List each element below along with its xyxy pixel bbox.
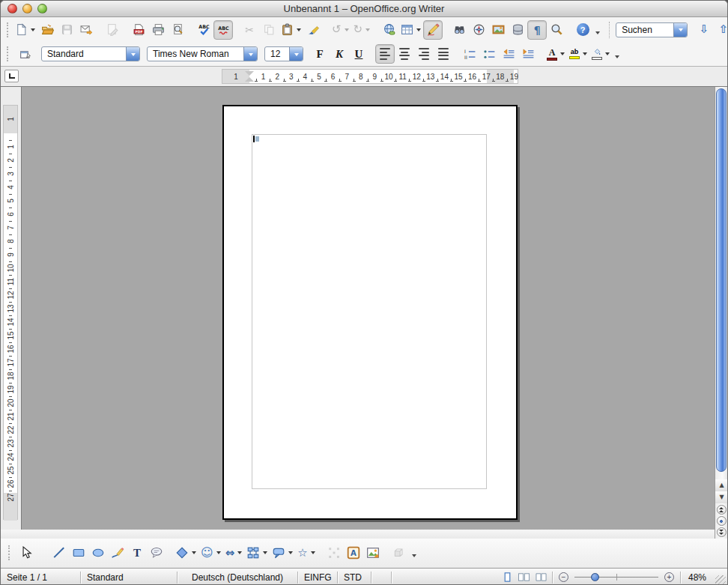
data-sources-button[interactable] bbox=[508, 20, 527, 40]
navigator-button[interactable] bbox=[469, 20, 488, 40]
align-right-button[interactable] bbox=[414, 44, 434, 64]
justify-button[interactable] bbox=[434, 44, 453, 64]
bullet-list-button[interactable] bbox=[479, 44, 499, 64]
show-draw-functions-button[interactable] bbox=[423, 20, 443, 40]
select-tool-button[interactable] bbox=[16, 543, 36, 563]
page-preview-button[interactable] bbox=[168, 20, 187, 40]
paste-dropdown[interactable] bbox=[297, 28, 301, 31]
gallery-button[interactable] bbox=[488, 20, 508, 40]
numbered-list-button[interactable]: III bbox=[460, 44, 479, 64]
scroll-up-button[interactable]: ▲ bbox=[715, 479, 728, 491]
bold-button[interactable]: F bbox=[310, 44, 330, 64]
symbol-shapes-dropdown[interactable] bbox=[216, 551, 221, 554]
fontwork-gallery-button[interactable]: A bbox=[344, 543, 363, 563]
insert-table-button[interactable] bbox=[398, 20, 423, 40]
previous-page-button[interactable] bbox=[717, 505, 727, 515]
table-dropdown[interactable] bbox=[416, 28, 421, 31]
line-tool-button[interactable] bbox=[49, 543, 69, 563]
underline-button[interactable]: U bbox=[349, 44, 368, 64]
font-name-dropdown[interactable] bbox=[243, 47, 257, 61]
block-arrows-button[interactable]: ⇔ bbox=[223, 543, 245, 563]
paragraph-style-dropdown[interactable] bbox=[126, 47, 139, 61]
document-canvas[interactable] bbox=[21, 87, 715, 530]
styles-window-button[interactable] bbox=[15, 44, 34, 64]
callouts-button[interactable] bbox=[270, 543, 295, 563]
toolbar-overflow-button[interactable] bbox=[612, 45, 622, 63]
hyperlink-button[interactable] bbox=[379, 20, 398, 40]
title-bar[interactable]: Unbenannt 1 – OpenOffice.org Writer bbox=[1, 1, 727, 17]
search-combobox[interactable]: Suchen bbox=[616, 22, 688, 37]
stars-button[interactable]: ☆ bbox=[295, 543, 317, 563]
font-size-value[interactable]: 12 bbox=[265, 49, 289, 59]
book-view-button[interactable] bbox=[535, 572, 547, 583]
formatting-marks-button[interactable]: ¶ bbox=[527, 20, 547, 40]
new-document-button[interactable] bbox=[13, 20, 37, 40]
block-arrows-dropdown[interactable] bbox=[237, 551, 242, 554]
text-box-button[interactable]: T bbox=[127, 543, 147, 563]
insert-mode-field[interactable]: EINFG bbox=[298, 569, 337, 585]
horizontal-ruler[interactable]: 1 12345678910111213141516171819 bbox=[222, 69, 518, 84]
text-area[interactable] bbox=[252, 134, 487, 489]
vertical-scrollbar[interactable]: ▲ ▼ bbox=[715, 87, 727, 539]
font-name-value[interactable]: Times New Roman bbox=[148, 49, 243, 59]
find-previous-button[interactable]: ⇧ bbox=[714, 20, 728, 40]
email-document-button[interactable] bbox=[76, 20, 96, 40]
toolbar-drag-handle[interactable] bbox=[8, 545, 12, 560]
freeform-line-button[interactable] bbox=[108, 543, 127, 563]
document-page[interactable] bbox=[222, 105, 518, 520]
flowchart-dropdown[interactable] bbox=[263, 551, 267, 554]
font-size-combobox[interactable]: 12 bbox=[264, 46, 303, 61]
zoom-slider[interactable] bbox=[574, 577, 658, 578]
stars-dropdown[interactable] bbox=[311, 551, 315, 554]
font-size-dropdown[interactable] bbox=[289, 47, 303, 61]
font-color-button[interactable]: A bbox=[545, 44, 567, 64]
toolbar-overflow-button[interactable] bbox=[592, 21, 603, 39]
highlighting-button[interactable]: ab bbox=[567, 44, 589, 64]
indent-marker[interactable] bbox=[245, 71, 254, 82]
paragraph-style-value[interactable]: Standard bbox=[42, 49, 126, 59]
single-page-view-button[interactable] bbox=[502, 572, 513, 583]
font-name-combobox[interactable]: Times New Roman bbox=[147, 46, 258, 61]
zoom-button[interactable] bbox=[547, 20, 566, 40]
auto-spellcheck-button[interactable]: ABC bbox=[213, 20, 233, 40]
spellcheck-button[interactable]: ABC bbox=[194, 20, 213, 40]
navigation-button[interactable] bbox=[717, 516, 727, 526]
resize-grip[interactable] bbox=[715, 575, 726, 585]
format-paintbrush-button[interactable] bbox=[303, 20, 323, 40]
italic-button[interactable]: K bbox=[330, 44, 349, 64]
callout-tool-button[interactable] bbox=[147, 543, 166, 563]
find-next-button[interactable]: ⇩ bbox=[694, 20, 714, 40]
increase-indent-button[interactable] bbox=[518, 44, 538, 64]
search-input[interactable]: Suchen bbox=[616, 25, 673, 35]
next-page-button[interactable] bbox=[717, 527, 727, 537]
toolbar-drag-handle[interactable] bbox=[7, 46, 10, 61]
help-button[interactable]: ? bbox=[573, 20, 592, 40]
decrease-indent-button[interactable] bbox=[499, 44, 518, 64]
search-dropdown[interactable] bbox=[673, 23, 687, 37]
paste-button[interactable] bbox=[279, 20, 303, 40]
rectangle-tool-button[interactable] bbox=[69, 543, 88, 563]
highlighting-dropdown[interactable] bbox=[583, 52, 587, 55]
print-button[interactable] bbox=[148, 20, 168, 40]
callouts-dropdown[interactable] bbox=[288, 551, 293, 554]
basic-shapes-button[interactable] bbox=[173, 543, 198, 563]
scrollbar-thumb[interactable] bbox=[716, 88, 727, 472]
font-color-dropdown[interactable] bbox=[560, 52, 565, 55]
align-center-button[interactable] bbox=[395, 44, 414, 64]
selection-mode-field[interactable]: STD bbox=[338, 569, 371, 585]
vertical-ruler[interactable]: 1 12345678910111213141516171819202122232… bbox=[3, 105, 18, 520]
export-pdf-button[interactable]: PDF bbox=[129, 20, 148, 40]
multi-page-view-button[interactable] bbox=[518, 572, 530, 583]
insert-picture-button[interactable] bbox=[363, 543, 383, 563]
language-field[interactable]: Deutsch (Deutschland) bbox=[178, 569, 297, 585]
toolbar-overflow-button[interactable] bbox=[409, 544, 419, 562]
ellipse-tool-button[interactable] bbox=[88, 543, 108, 563]
page-style-field[interactable]: Standard bbox=[81, 569, 177, 585]
align-left-button[interactable] bbox=[375, 44, 395, 64]
background-color-dropdown[interactable] bbox=[605, 52, 610, 55]
zoom-in-button[interactable]: + bbox=[664, 572, 674, 582]
tab-stop-selector[interactable] bbox=[4, 70, 19, 82]
page-number-field[interactable]: Seite 1 / 1 bbox=[1, 569, 80, 585]
toolbar-drag-handle[interactable] bbox=[7, 22, 8, 37]
scroll-down-button[interactable]: ▼ bbox=[715, 491, 728, 503]
